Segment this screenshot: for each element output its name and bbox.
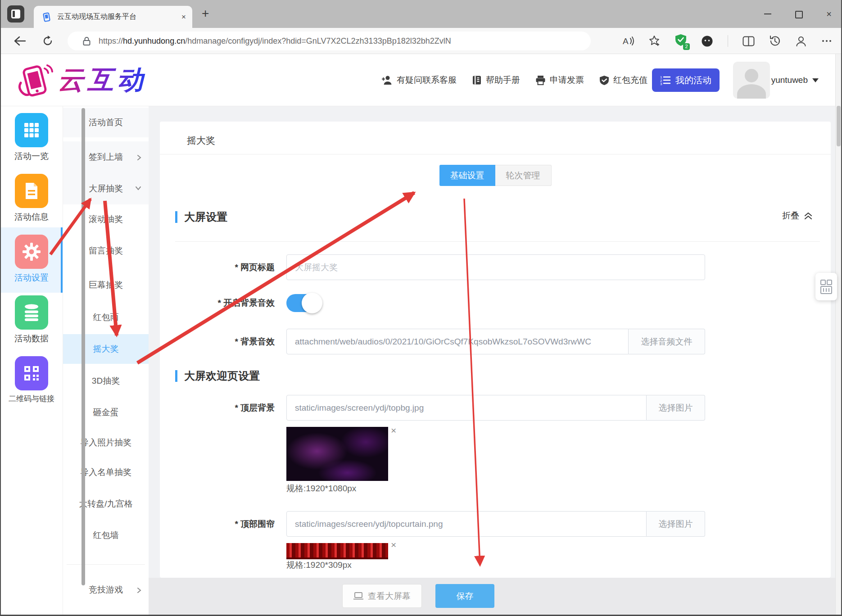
- divider: [160, 154, 831, 154]
- menu-item-giant-screen-lottery[interactable]: 巨幕抽奖: [63, 270, 149, 300]
- chevron-right-icon: [137, 154, 141, 161]
- top-curtain-preview-image: [286, 543, 388, 559]
- window-frame: [0, 0, 1, 616]
- remove-top-curtain-icon[interactable]: ×: [391, 540, 396, 549]
- extension-icon[interactable]: [701, 35, 713, 47]
- shield-check-icon: [599, 75, 609, 86]
- remove-top-bg-icon[interactable]: ×: [391, 426, 396, 435]
- divider: [175, 241, 820, 242]
- tab-basic-settings[interactable]: 基础设置: [439, 165, 495, 186]
- bg-sound-input[interactable]: [286, 329, 629, 354]
- icon-sidebar: 活动一览 活动信息 活动设置 活动数据 二维码与链接: [0, 106, 63, 616]
- sidebar-item-activity-info[interactable]: [15, 174, 48, 208]
- read-aloud-icon[interactable]: A: [622, 36, 634, 46]
- submenu-panel: 活动首页 签到上墙 大屏抽奖 滚动抽奖 留言抽奖 巨幕抽奖 红包雨 摇大奖 3D…: [63, 106, 149, 616]
- menu-item-rolling-lottery[interactable]: 滚动抽奖: [63, 204, 149, 234]
- sidebar-item-qrcode-links[interactable]: [15, 356, 48, 390]
- section-welcome-settings: 大屏欢迎页设置: [175, 369, 260, 383]
- choose-image-button-top-bg[interactable]: 选择图片: [647, 395, 705, 421]
- window-maximize-button[interactable]: [793, 9, 803, 19]
- view-big-screen-button[interactable]: 查看大屏幕: [342, 584, 422, 608]
- widget-grid-icon: [820, 279, 833, 294]
- action-footer: 查看大屏幕 保存: [149, 578, 836, 616]
- bg-sound-toggle[interactable]: [286, 294, 321, 312]
- page-title-input[interactable]: [286, 254, 705, 280]
- browser-titlebar: 云互动现场互动服务平台 × + ×: [0, 0, 842, 28]
- sidebar-item-activity-settings[interactable]: [15, 235, 48, 269]
- field-label-top-bg: *顶层背景: [160, 395, 275, 421]
- new-tab-button[interactable]: +: [202, 6, 209, 21]
- split-screen-icon[interactable]: [742, 36, 755, 46]
- collapse-toggle[interactable]: 折叠: [782, 210, 813, 222]
- avatar[interactable]: [733, 62, 770, 99]
- sidebar-item-activity-overview[interactable]: [15, 113, 48, 147]
- address-bar[interactable]: https://hd.yunhudong.cn/hdmanage/configy…: [68, 32, 591, 50]
- floating-panel-toggle[interactable]: [815, 273, 837, 300]
- svg-text:A: A: [623, 36, 629, 46]
- nav-contact-support[interactable]: 有疑问联系客服: [382, 74, 457, 86]
- top-bg-spec: 规格:1920*1080px: [286, 483, 356, 494]
- menu-item-import-list-lottery[interactable]: 导入名单抽奖: [63, 457, 149, 487]
- menu-item-message-lottery[interactable]: 留言抽奖: [63, 236, 149, 266]
- window-close-button[interactable]: ×: [824, 9, 834, 19]
- lock-icon[interactable]: [83, 36, 91, 46]
- nav-help-manual[interactable]: 帮助手册: [472, 74, 520, 86]
- settings-card: 摇大奖 基础设置 轮次管理 大屏设置 折叠 *网页标题 *开启背景音效: [160, 122, 831, 578]
- favorites-icon[interactable]: [649, 35, 661, 47]
- tab-close-icon[interactable]: ×: [181, 13, 186, 22]
- choose-image-button-top-curtain[interactable]: 选择图片: [647, 511, 705, 537]
- workspace-icon[interactable]: [7, 5, 24, 23]
- menu-item-wheel-grid[interactable]: 大转盘/九宫格: [63, 489, 149, 519]
- menu-item-import-photo-lottery[interactable]: 导入照片抽奖: [63, 428, 149, 457]
- save-button[interactable]: 保存: [435, 584, 494, 608]
- laptop-icon: [353, 592, 363, 600]
- person-plus-icon: [382, 75, 393, 85]
- tab-round-management[interactable]: 轮次管理: [495, 165, 552, 186]
- logo[interactable]: 云互动: [16, 62, 160, 98]
- back-button[interactable]: [10, 28, 30, 54]
- user-menu[interactable]: yuntuweb: [771, 54, 819, 106]
- top-bg-input[interactable]: [286, 395, 647, 421]
- browser-window: 云互动现场互动服务平台 × + × https://hd.yunhudong.c…: [0, 0, 842, 616]
- sidebar-label-activity-settings[interactable]: 活动设置: [0, 272, 63, 284]
- toolbar-divider: [728, 35, 728, 47]
- site-favicon-icon: [42, 12, 52, 22]
- browser-toolbar: https://hd.yunhudong.cn/hdmanage/configy…: [0, 28, 842, 54]
- sidebar-label-activity-info[interactable]: 活动信息: [0, 211, 63, 223]
- page-scrollbar-thumb[interactable]: [837, 106, 841, 146]
- my-activities-button[interactable]: 123 我的活动: [652, 68, 720, 92]
- shield-badge: 2: [683, 43, 690, 50]
- choose-audio-button[interactable]: 选择音频文件: [629, 329, 705, 354]
- menu-item-redpacket-wall[interactable]: 红包墙: [63, 521, 149, 550]
- window-minimize-button[interactable]: [763, 9, 773, 19]
- sidebar-label-activity-data[interactable]: 活动数据: [0, 333, 63, 344]
- menu-item-signin-wall[interactable]: 签到上墙: [63, 141, 149, 173]
- menu-item-competitive-games[interactable]: 竞技游戏: [63, 575, 149, 605]
- chevron-down-icon: [812, 78, 819, 82]
- menu-item-golden-egg[interactable]: 砸金蛋: [63, 398, 149, 427]
- browser-menu-icon[interactable]: [821, 35, 832, 47]
- nav-request-invoice[interactable]: 申请发票: [535, 74, 584, 86]
- menu-item-activity-home[interactable]: 活动首页: [63, 108, 149, 137]
- adblock-shield-icon[interactable]: 2: [675, 34, 687, 48]
- sidebar-label-qrcode-links[interactable]: 二维码与链接: [0, 394, 63, 404]
- top-curtain-spec: 规格:1920*309px: [286, 559, 352, 571]
- printer-icon: [535, 75, 546, 85]
- top-curtain-input[interactable]: [286, 511, 647, 537]
- page-scrollbar[interactable]: [835, 54, 841, 616]
- menu-item-redpacket-rain[interactable]: 红包雨: [63, 303, 149, 332]
- sidebar-label-activity-overview[interactable]: 活动一览: [0, 150, 63, 162]
- refresh-button[interactable]: [38, 28, 58, 54]
- menu-item-3d-lottery[interactable]: 3D抽奖: [63, 366, 149, 396]
- menu-item-shake-prize[interactable]: 摇大奖: [63, 334, 149, 364]
- history-icon[interactable]: [769, 35, 781, 47]
- profile-icon[interactable]: [795, 35, 807, 47]
- field-label-page-title: *网页标题: [160, 254, 275, 280]
- nav-redpacket-recharge[interactable]: 红包充值: [599, 74, 647, 86]
- submenu-scrollbar[interactable]: [81, 108, 85, 585]
- menu-divider: [67, 564, 145, 565]
- browser-tab[interactable]: 云互动现场互动服务平台 ×: [34, 6, 192, 28]
- menu-item-bigscreen-lottery[interactable]: 大屏抽奖: [63, 173, 149, 204]
- sidebar-item-activity-data[interactable]: [15, 295, 48, 330]
- section-accent-bar: [175, 211, 177, 223]
